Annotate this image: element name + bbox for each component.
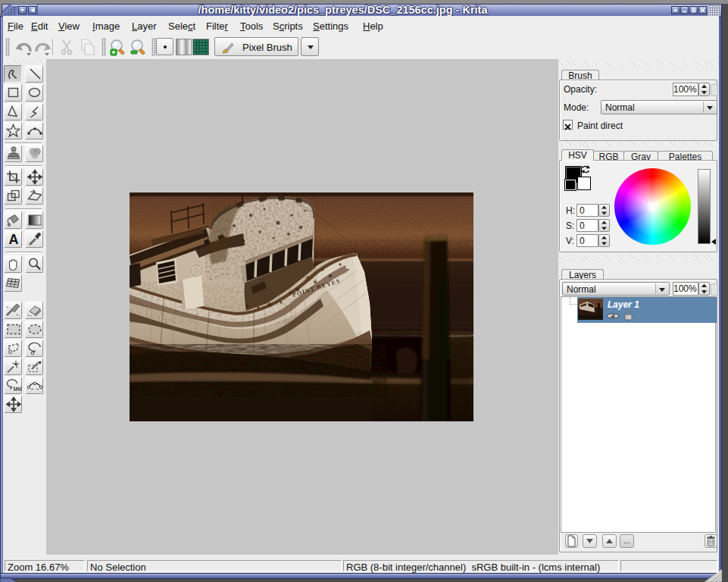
svg-text:A: A	[9, 232, 19, 247]
